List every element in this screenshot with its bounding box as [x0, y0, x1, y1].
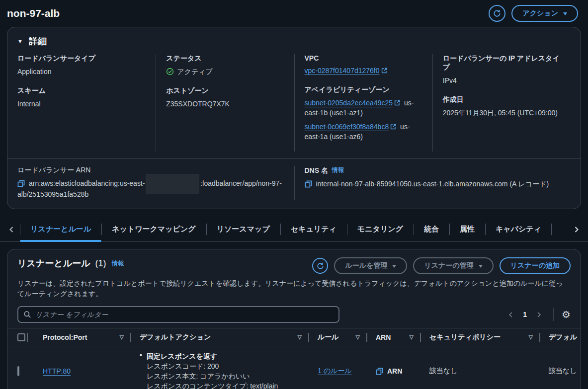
rules-link[interactable]: 1 のルール: [318, 367, 352, 375]
pagination: 1 ⚙: [504, 308, 571, 321]
refresh-icon: [493, 9, 501, 17]
sort-icon[interactable]: ▽: [298, 334, 302, 340]
listeners-count: (1): [95, 258, 106, 268]
dns-name-label: DNS 名: [305, 166, 328, 174]
active-tab-underline: [20, 240, 101, 242]
listener-filter-input[interactable]: [35, 311, 334, 318]
copy-icon[interactable]: [305, 180, 312, 188]
table-header-row: Protocol:Port▽ デフォルトアクション▽ ルール▽ ARN▽ セキュ…: [7, 328, 581, 346]
listener-link[interactable]: HTTP:80: [43, 367, 71, 375]
lb-arn-value-start: arn:aws:elasticloadbalancing:us-east-: [29, 179, 145, 187]
subnet-1-link[interactable]: subnet-0205da2ec4ea49c25: [305, 99, 393, 107]
manage-listeners-label: リスナーの管理: [424, 261, 473, 270]
subnet-2-link[interactable]: subnet-0c069ef30f8a84bc8: [305, 123, 389, 131]
copy-icon[interactable]: [17, 180, 25, 187]
action-response-body: レスポンス本文: コアラかわいい: [147, 371, 278, 381]
refresh-icon: [317, 262, 324, 270]
table-row: HTTP:80 • 固定レスポンスを返す レスポンスコード: 200 レスポンス…: [7, 346, 581, 389]
details-col-3: VPC vpc-0287f01407d1276f0 アベイラビリティーゾーン s…: [294, 54, 432, 152]
caret-down-icon: [563, 12, 567, 17]
hosted-zone-label: ホストゾーン: [166, 86, 285, 95]
action-title: 固定レスポンスを返す: [147, 351, 278, 361]
col-rules: ルール: [318, 333, 339, 342]
dns-name-cell: DNS 名情報 internal-non-97-alb-859941050.us…: [294, 166, 571, 200]
details-col-4: ロードバランサーの IP アドレスタイプ IPv4 作成日 2025年11月30…: [432, 54, 571, 152]
lb-type-value: Application: [17, 67, 147, 77]
dns-name-value: internal-non-97-alb-859941050.us-east-1.…: [316, 180, 549, 188]
listeners-title: リスナーとルール: [17, 258, 90, 268]
manage-rules-button[interactable]: ルールを管理: [334, 257, 407, 274]
tab-integrations[interactable]: 統合: [414, 217, 449, 241]
chevron-left-icon: [507, 311, 514, 318]
created-value: 2025年11月30日, 05:45 (UTC+09:00): [443, 108, 562, 118]
page-title: non-97-alb: [7, 7, 60, 19]
details-header[interactable]: ▼ 詳細: [7, 27, 581, 53]
scheme-value: Internal: [17, 99, 147, 109]
pagination-prev-button[interactable]: [504, 309, 517, 320]
status-label: ステータス: [166, 54, 285, 63]
tab-label: リソースマップ: [217, 225, 270, 234]
gear-icon: ⚙: [562, 309, 571, 320]
tab-resource-map[interactable]: リソースマップ: [206, 217, 280, 241]
divider: [553, 308, 554, 321]
tabs-scroll-left-button[interactable]: [3, 217, 20, 241]
caret-down-icon: [479, 265, 483, 270]
ip-type-value: IPv4: [443, 76, 562, 85]
actions-menu-button[interactable]: アクション: [511, 5, 578, 22]
action-content-type: レスポンスのコンテンツタイプ: text/plain: [147, 381, 278, 389]
listeners-title-group: リスナーとルール (1) 情報: [17, 257, 124, 269]
tab-listeners-and-rules[interactable]: リスナーとルール: [20, 217, 101, 241]
tab-monitoring[interactable]: モニタリング: [347, 217, 414, 241]
listeners-info-link[interactable]: 情報: [112, 260, 124, 267]
status-badge: アクティブ: [166, 67, 285, 77]
listeners-actions: ルールを管理 リスナーの管理 リスナーの追加: [312, 257, 571, 274]
external-link-icon: [381, 68, 387, 74]
az-label: アベイラビリティーゾーン: [305, 85, 423, 94]
status-ok-icon: [166, 68, 174, 76]
sort-icon[interactable]: ▽: [529, 334, 533, 340]
sort-icon[interactable]: ▽: [356, 334, 360, 340]
tab-label: 属性: [460, 225, 475, 234]
scheme-label: スキーム: [17, 86, 147, 95]
bullet: •: [140, 351, 142, 389]
lb-arn-cell: ロードバランサー ARN arn:aws:elasticloadbalancin…: [17, 166, 294, 200]
sort-icon[interactable]: ▽: [120, 334, 124, 340]
dns-info-link[interactable]: 情報: [332, 166, 344, 173]
filter-row: 1 ⚙: [7, 299, 581, 328]
pagination-next-button[interactable]: [533, 309, 545, 320]
actions-menu-label: アクション: [522, 9, 558, 18]
listeners-refresh-button[interactable]: [312, 258, 328, 274]
chevron-left-icon: [8, 226, 15, 233]
refresh-button[interactable]: [489, 5, 505, 22]
table-settings-button[interactable]: ⚙: [562, 310, 571, 319]
tabs-scroll-right-button[interactable]: [568, 217, 585, 241]
select-all-checkbox[interactable]: [17, 333, 25, 341]
manage-listeners-button[interactable]: リスナーの管理: [413, 257, 493, 274]
col-protocol-port: Protocol:Port: [43, 333, 87, 341]
tab-capacity[interactable]: キャパシティ: [485, 217, 552, 241]
tab-label: セキュリティ: [291, 225, 336, 234]
header-actions: アクション: [489, 5, 578, 22]
col-default-cert: デフォル: [549, 333, 577, 342]
created-label: 作成日: [443, 95, 562, 104]
ip-type-label: ロードバランサーの IP アドレスタイプ: [443, 54, 562, 72]
tab-bar: リスナーとルール ネットワークマッピング リソースマップ セキュリティ モニタリ…: [0, 217, 588, 242]
external-link-icon: [390, 124, 396, 130]
copy-icon[interactable]: [376, 368, 383, 375]
search-icon: [23, 311, 31, 318]
sort-icon[interactable]: ▽: [410, 334, 414, 340]
tab-label: 統合: [424, 225, 439, 234]
tab-attributes[interactable]: 属性: [449, 217, 485, 241]
tab-network-mapping[interactable]: ネットワークマッピング: [101, 217, 206, 241]
listeners-table: Protocol:Port▽ デフォルトアクション▽ ルール▽ ARN▽ セキュ…: [7, 328, 581, 389]
collapse-arrow-icon[interactable]: ▼: [17, 38, 23, 44]
listener-filter-box[interactable]: [17, 306, 339, 323]
tab-security[interactable]: セキュリティ: [280, 217, 347, 241]
add-listener-button[interactable]: リスナーの追加: [500, 257, 571, 274]
pagination-current-page[interactable]: 1: [520, 311, 530, 318]
lb-type-label: ロードバランサータイプ: [17, 54, 147, 63]
vpc-link[interactable]: vpc-0287f01407d1276f0: [305, 67, 380, 75]
row-checkbox[interactable]: [17, 366, 19, 376]
row-arn-label: ARN: [387, 367, 402, 375]
status-text: アクティブ: [177, 67, 213, 77]
